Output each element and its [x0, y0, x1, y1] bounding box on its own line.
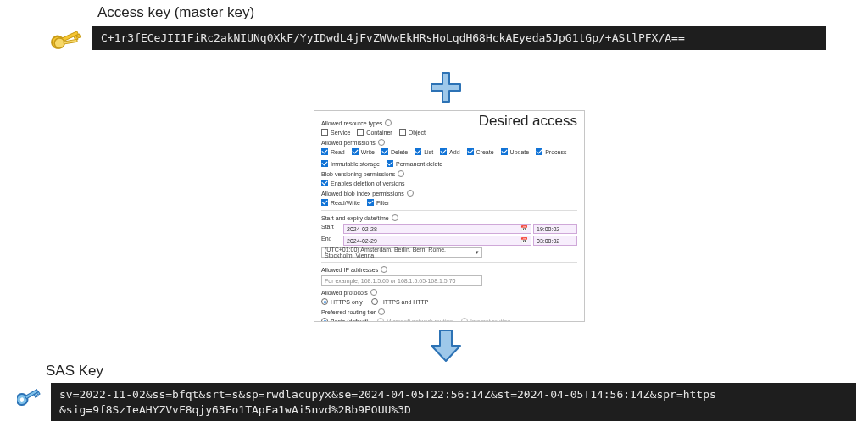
chk-update[interactable]: Update [501, 148, 530, 155]
chk-permdelete[interactable]: Permanent delete [387, 160, 442, 167]
chk-readwrite[interactable]: Read/Write [321, 199, 360, 206]
end-date-input[interactable]: 2024-02-29📅 [343, 236, 531, 246]
ip-input[interactable]: For example, 168.1.5.65 or 168.1.5.65-16… [321, 275, 482, 286]
plus-icon [428, 69, 464, 105]
info-icon [370, 289, 377, 297]
arrow-down-icon [428, 327, 464, 363]
protocols-label: Allowed protocols [321, 289, 577, 297]
calendar-icon: 📅 [520, 237, 528, 244]
datetime-label: Start and expiry date/time [321, 214, 577, 222]
chk-enable-del-versions[interactable]: Enables deletion of versions [321, 180, 405, 186]
calendar-icon: 📅 [520, 225, 528, 232]
info-icon [378, 139, 385, 147]
desired-access-panel: Desired access Allowed resource types Se… [314, 110, 585, 322]
sas-key-label: SAS Key [17, 363, 856, 380]
info-icon [381, 266, 387, 274]
chk-service[interactable]: Service [321, 129, 350, 136]
sas-line-1: sv=2022-11-02&ss=bfqt&srt=s&sp=rwdlacupy… [59, 387, 848, 402]
start-date-input[interactable]: 2024-02-28📅 [343, 224, 531, 234]
ip-label: Allowed IP addresses [321, 266, 577, 274]
end-time-input[interactable]: 03:00:02 [533, 236, 577, 246]
access-key-value: C+1r3fECeJII1FiRc2akNIUNq0XkF/YyIDwdL4jF… [92, 26, 826, 50]
sas-key-value: sv=2022-11-02&ss=bfqt&srt=s&sp=rwdlacupy… [51, 383, 856, 421]
blob-versioning-label: Blob versioning permissions [321, 170, 577, 178]
chk-object[interactable]: Object [399, 129, 426, 136]
chevron-down-icon: ▾ [476, 249, 479, 256]
sas-key-block: SAS Key sv=2022-11-02&ss=bfqt&srt=s&sp=r… [17, 363, 856, 421]
info-icon [398, 170, 404, 178]
svg-rect-10 [34, 393, 37, 397]
chk-add[interactable]: Add [440, 148, 459, 155]
end-label: End [321, 236, 342, 246]
access-key-label: Access key (master key) [47, 4, 826, 21]
chk-container[interactable]: Container [357, 129, 392, 136]
info-icon [378, 308, 385, 316]
resource-types-row: Service Container Object [321, 129, 577, 136]
info-icon [385, 119, 392, 127]
panel-title: Desired access [479, 113, 577, 130]
start-label: Start [321, 224, 342, 234]
chk-list[interactable]: List [415, 148, 433, 155]
start-time-input[interactable]: 19:00:02 [533, 224, 577, 234]
radio-basic[interactable]: Basic (default) [321, 318, 369, 322]
info-icon [392, 214, 398, 222]
chk-read[interactable]: Read [321, 148, 345, 155]
radio-https-http[interactable]: HTTPS and HTTP [371, 298, 429, 305]
blob-index-label: Allowed blob index permissions [321, 190, 577, 197]
permissions-label: Allowed permissions [321, 139, 577, 147]
date-grid: Start 2024-02-28📅 19:00:02 End 2024-02-2… [321, 224, 577, 246]
chk-delete[interactable]: Delete [381, 148, 408, 155]
routing-label: Preferred routing tier [321, 308, 577, 316]
chk-process[interactable]: Process [536, 148, 566, 155]
chk-immutable[interactable]: Immutable storage [321, 160, 380, 167]
radio-ms-routing[interactable]: Microsoft network routing [377, 318, 453, 322]
permissions-row: Read Write Delete List Add Create Update… [321, 148, 577, 167]
key-icon [17, 385, 44, 419]
chk-write[interactable]: Write [352, 148, 375, 155]
access-key-block: Access key (master key) C+1r3fECeJII1FiR… [47, 4, 826, 52]
radio-https-only[interactable]: HTTPS only [321, 298, 363, 305]
chk-create[interactable]: Create [467, 148, 494, 155]
key-icon [47, 25, 86, 52]
radio-internet-routing[interactable]: Internet routing [461, 318, 510, 322]
sas-line-2: &sig=9f8SzIeAHYZVvF8qjy63Fo1TApFa1wAi5nv… [59, 402, 848, 418]
timezone-select[interactable]: (UTC+01:00) Amsterdam, Berlin, Bern, Rom… [321, 247, 482, 258]
svg-rect-11 [36, 391, 40, 395]
chk-filter[interactable]: Filter [367, 199, 390, 206]
info-icon [407, 190, 414, 197]
